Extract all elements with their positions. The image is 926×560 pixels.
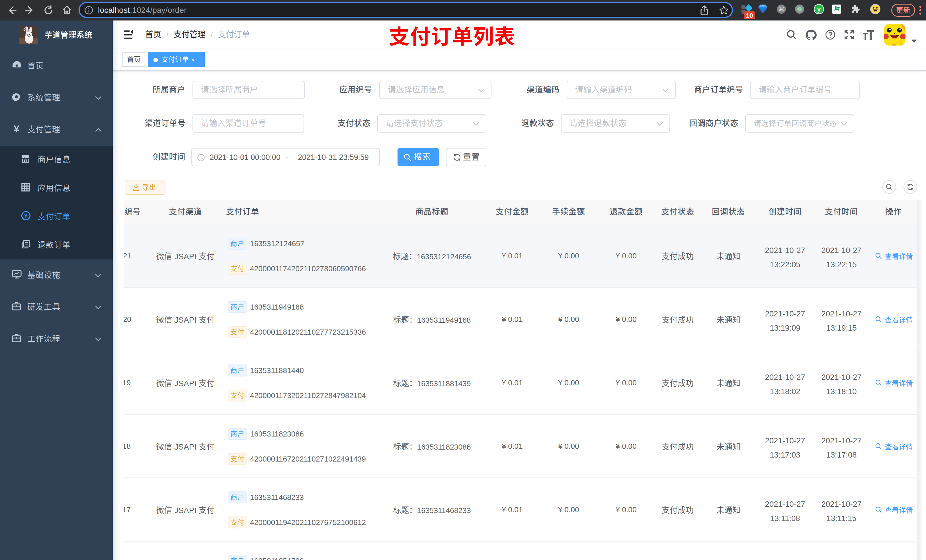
svg-text:￥: ￥ xyxy=(12,124,21,133)
svg-text:⌘: ⌘ xyxy=(779,6,784,12)
svg-text:10: 10 xyxy=(746,12,753,19)
svg-text:￥: ￥ xyxy=(23,212,29,219)
svg-text:y: y xyxy=(817,6,821,13)
